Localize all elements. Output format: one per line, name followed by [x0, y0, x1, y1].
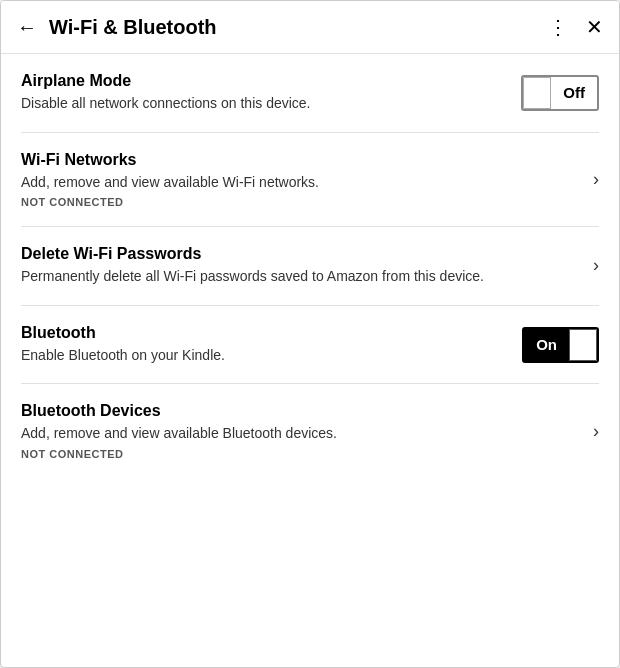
bluetooth-devices-status: NOT CONNECTED — [21, 448, 577, 460]
delete-wifi-passwords-description: Permanently delete all Wi-Fi passwords s… — [21, 267, 577, 287]
wifi-bluetooth-window: ← Wi-Fi & Bluetooth ⋮ ✕ Airplane Mode Di… — [0, 0, 620, 668]
bluetooth-devices-item[interactable]: Bluetooth Devices Add, remove and view a… — [21, 384, 599, 478]
airplane-mode-description: Disable all network connections on this … — [21, 94, 505, 114]
bluetooth-text: Bluetooth Enable Bluetooth on your Kindl… — [21, 324, 506, 366]
bluetooth-description: Enable Bluetooth on your Kindle. — [21, 346, 506, 366]
airplane-mode-toggle[interactable]: Off — [521, 75, 599, 111]
bluetooth-devices-chevron: › — [593, 421, 599, 442]
wifi-networks-title: Wi-Fi Networks — [21, 151, 577, 169]
page-title: Wi-Fi & Bluetooth — [49, 16, 548, 39]
menu-icon: ⋮ — [548, 15, 570, 39]
bluetooth-devices-text: Bluetooth Devices Add, remove and view a… — [21, 402, 577, 460]
delete-wifi-passwords-chevron: › — [593, 255, 599, 276]
airplane-mode-text: Airplane Mode Disable all network connec… — [21, 72, 505, 114]
bluetooth-item[interactable]: Bluetooth Enable Bluetooth on your Kindl… — [21, 306, 599, 385]
bluetooth-toggle[interactable]: On — [522, 327, 599, 363]
toggle-off-label: Off — [551, 84, 597, 101]
bluetooth-title: Bluetooth — [21, 324, 506, 342]
airplane-mode-title: Airplane Mode — [21, 72, 505, 90]
close-icon: ✕ — [586, 16, 603, 38]
close-button[interactable]: ✕ — [586, 15, 603, 39]
back-icon: ← — [17, 16, 37, 39]
airplane-mode-item[interactable]: Airplane Mode Disable all network connec… — [21, 54, 599, 133]
wifi-networks-item[interactable]: Wi-Fi Networks Add, remove and view avai… — [21, 133, 599, 228]
wifi-networks-status: NOT CONNECTED — [21, 196, 577, 208]
wifi-networks-chevron: › — [593, 169, 599, 190]
toggle-on-label: On — [524, 336, 569, 353]
bluetooth-devices-title: Bluetooth Devices — [21, 402, 577, 420]
wifi-networks-text: Wi-Fi Networks Add, remove and view avai… — [21, 151, 577, 209]
header: ← Wi-Fi & Bluetooth ⋮ ✕ — [1, 1, 619, 54]
settings-content: Airplane Mode Disable all network connec… — [1, 54, 619, 667]
delete-wifi-passwords-text: Delete Wi-Fi Passwords Permanently delet… — [21, 245, 577, 287]
delete-wifi-passwords-item[interactable]: Delete Wi-Fi Passwords Permanently delet… — [21, 227, 599, 306]
toggle-on-knob — [569, 329, 597, 361]
wifi-networks-description: Add, remove and view available Wi-Fi net… — [21, 173, 577, 193]
delete-wifi-passwords-title: Delete Wi-Fi Passwords — [21, 245, 577, 263]
menu-button[interactable]: ⋮ — [548, 15, 570, 39]
back-button[interactable]: ← — [17, 16, 37, 39]
bluetooth-devices-description: Add, remove and view available Bluetooth… — [21, 424, 577, 444]
toggle-knob — [523, 77, 551, 109]
